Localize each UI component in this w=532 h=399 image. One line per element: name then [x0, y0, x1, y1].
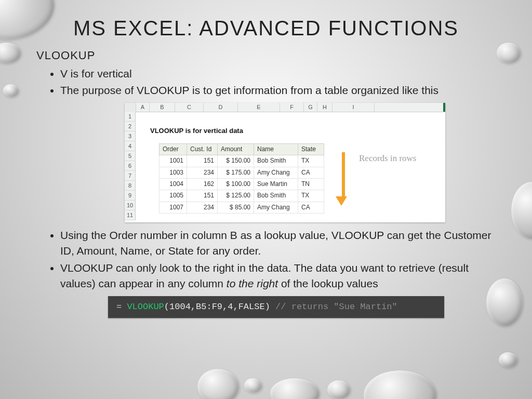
annotation-text: Records in rows — [359, 152, 416, 165]
table-row: 1004162$ 100.00Sue MartinTN — [159, 178, 324, 190]
table-row: 1001151$ 150.00Bob SmithTX — [159, 155, 324, 167]
bullet-item: The purpose of VLOOKUP is to get informa… — [60, 83, 501, 98]
excel-screenshot: A B C D E F G H I 123 456 789 1011 VLOOK… — [125, 103, 445, 222]
bullet-list-top: V is for vertical The purpose of VLOOKUP… — [36, 66, 501, 99]
bullet-item: VLOOKUP can only look to the right in th… — [60, 260, 501, 292]
table-row: 1005151$ 125.00Bob SmithTX — [159, 190, 324, 202]
excel-column-headers: A B C D E F G H I — [125, 103, 445, 112]
excel-caption: VLOOKUP is for vertical data — [150, 126, 243, 136]
bullet-item: Using the Order number in column B as a … — [60, 228, 501, 259]
formula-code: = VLOOKUP(1004,B5:F9,4,FALSE) // returns… — [108, 296, 444, 318]
table-row: 1007234$ 85.00Amy ChangCA — [159, 202, 324, 213]
table-row: 1003234$ 175.00Amy ChangCA — [159, 167, 324, 178]
bullet-item: V is for vertical — [60, 66, 501, 82]
arrow-down-icon — [340, 152, 347, 206]
section-heading: VLOOKUP — [36, 47, 501, 64]
excel-row-numbers: 123 456 789 1011 — [125, 112, 136, 220]
excel-data-table: Order Cust. Id Amount Name State 1001151… — [159, 143, 324, 214]
bullet-list-bottom: Using the Order number in column B as a … — [36, 228, 501, 292]
slide-title: MS EXCEL: ADVANCED FUNCTIONS — [0, 17, 532, 40]
